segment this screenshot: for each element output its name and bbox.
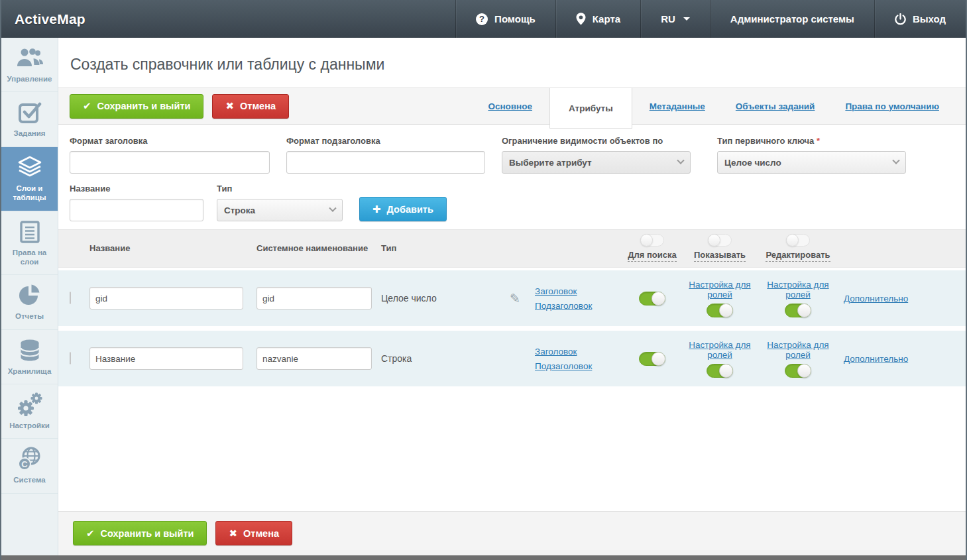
role-settings-show-link[interactable]: Настройка для ролей <box>681 280 759 300</box>
save-exit-label: Сохранить и выйти <box>97 101 191 111</box>
tab-bar: Основное Атрибуты Метаданные Объекты зад… <box>473 88 954 124</box>
cancel-button-top[interactable]: ✖ Отмена <box>212 94 289 119</box>
subheader-link[interactable]: Подзаголовок <box>535 301 592 311</box>
subheader-format-input[interactable] <box>286 151 485 174</box>
sidebar-item-label: Хранилища <box>8 366 52 376</box>
chevron-down-icon <box>892 157 899 164</box>
database-icon <box>19 337 41 364</box>
chevron-down-icon <box>329 205 336 212</box>
sidebar-item-management[interactable]: Управление <box>1 38 58 92</box>
attributes-form: Формат заголовка Формат подзаголовка Огр… <box>58 125 966 229</box>
row-system-name-input[interactable] <box>256 287 372 309</box>
map-menu-item[interactable]: Карта <box>555 0 640 38</box>
attr-type-label: Тип <box>217 184 343 194</box>
map-label: Карта <box>593 13 620 25</box>
cancel-button-bottom[interactable]: ✖ Отмена <box>215 521 292 545</box>
subheader-link[interactable]: Подзаголовок <box>535 361 592 371</box>
add-attribute-button[interactable]: ✚ Добавить <box>359 197 447 221</box>
additional-link[interactable]: Дополнительно <box>844 294 908 304</box>
column-header-type: Тип <box>381 243 510 253</box>
row-show-toggle[interactable] <box>707 304 733 317</box>
gears-icon <box>17 392 43 418</box>
row-system-name-input[interactable] <box>256 347 372 370</box>
sidebar-item-storages[interactable]: Хранилища <box>1 330 58 384</box>
save-exit-label: Сохранить и выйти <box>101 528 194 539</box>
search-all-toggle[interactable] <box>640 234 664 247</box>
pk-type-label: Тип первичного ключа * <box>717 136 906 146</box>
tab-task-objects[interactable]: Объекты заданий <box>736 101 815 111</box>
x-icon: ✖ <box>225 100 234 112</box>
attributes-table-header: Название Системное наименование Тип Для … <box>58 229 966 268</box>
save-exit-button-top[interactable]: ✔ Сохранить и выйти <box>70 94 203 119</box>
footer-toolbar: ✔ Сохранить и выйти ✖ Отмена <box>58 511 966 555</box>
role-settings-show-link[interactable]: Настройка для ролей <box>681 340 759 360</box>
row-name-input[interactable] <box>89 347 243 370</box>
header-link[interactable]: Заголовок <box>535 347 577 357</box>
edit-all-toggle[interactable] <box>786 234 810 247</box>
attr-type-select[interactable]: Строка <box>217 199 343 221</box>
check-icon: ✔ <box>83 100 91 112</box>
row-search-toggle[interactable] <box>639 292 665 306</box>
column-header-edit[interactable]: Редактировать <box>766 250 830 262</box>
header-format-input[interactable] <box>70 151 270 174</box>
logout-menu-item[interactable]: Выход <box>874 0 966 38</box>
row-search-toggle[interactable] <box>639 352 665 366</box>
column-header-search[interactable]: Для поиска <box>628 250 676 262</box>
top-header: ActiveMap ? Помощь Карта RU Администрато… <box>1 0 966 38</box>
logout-label: Выход <box>913 13 946 25</box>
row-edit-toggle[interactable] <box>785 304 811 317</box>
tasks-icon <box>18 99 42 126</box>
column-header-system-name: Системное наименование <box>256 243 381 253</box>
column-header-name: Название <box>89 243 256 253</box>
tab-metadata[interactable]: Метаданные <box>650 101 705 111</box>
tab-default-rights[interactable]: Права по умолчанию <box>845 101 939 111</box>
pk-type-select[interactable]: Целое число <box>717 151 906 174</box>
x-icon: ✖ <box>229 528 237 539</box>
show-all-toggle[interactable] <box>708 234 732 247</box>
app-window: ActiveMap ? Помощь Карта RU Администрато… <box>0 0 967 560</box>
role-settings-edit-link[interactable]: Настройка для ролей <box>759 340 837 360</box>
page-title: Создать справочник или таблицу с данными <box>58 38 966 87</box>
cancel-label: Отмена <box>243 528 279 539</box>
current-user-menu-item[interactable]: Администратор системы <box>710 0 874 38</box>
row-edit-toggle[interactable] <box>785 364 811 378</box>
pk-type-select-value: Целое число <box>724 158 781 168</box>
table-row: Целое число ✎ Заголовок Подзаголовок Нас… <box>58 270 966 326</box>
row-type-text: Строка <box>381 353 510 364</box>
sidebar-item-reports[interactable]: Отчеты <box>1 275 58 329</box>
sidebar-item-label: Задания <box>13 129 45 138</box>
sidebar-item-label: Настройки <box>9 421 50 430</box>
sidebar-item-settings[interactable]: Настройки <box>1 384 58 439</box>
plus-icon: ✚ <box>372 203 381 215</box>
tab-attributes[interactable]: Атрибуты <box>549 88 632 129</box>
edit-pencil-icon[interactable]: ✎ <box>510 292 520 306</box>
row-name-input[interactable] <box>89 287 243 309</box>
save-exit-button-bottom[interactable]: ✔ Сохранить и выйти <box>73 521 207 545</box>
row-checkbox[interactable] <box>70 292 71 304</box>
main-content: Создать справочник или таблицу с данными… <box>58 38 966 555</box>
add-attribute-label: Добавить <box>387 204 433 215</box>
map-pin-icon <box>576 12 586 26</box>
row-show-toggle[interactable] <box>707 364 733 378</box>
column-header-show[interactable]: Показывать <box>694 250 746 262</box>
sidebar-item-label: Права на слои <box>3 248 56 267</box>
row-checkbox[interactable] <box>70 352 71 364</box>
sidebar-item-system[interactable]: C Система <box>1 439 58 493</box>
visibility-label: Ограничение видимости объектов по <box>502 136 691 146</box>
attr-name-input[interactable] <box>70 199 203 221</box>
role-settings-edit-link[interactable]: Настройка для ролей <box>759 280 837 300</box>
sidebar-item-layers-tables[interactable]: Слои и таблицы <box>1 147 58 211</box>
header-link[interactable]: Заголовок <box>535 286 577 296</box>
language-dropdown[interactable]: RU <box>640 0 710 38</box>
window-bottom-edge <box>1 555 966 560</box>
help-menu-item[interactable]: ? Помощь <box>455 0 555 38</box>
visibility-select-value: Выберите атрибут <box>509 158 592 168</box>
sidebar-item-tasks[interactable]: Задания <box>1 92 58 146</box>
sidebar-item-layer-rights[interactable]: Права на слои <box>1 211 58 276</box>
pie-chart-icon <box>18 282 42 309</box>
tab-main[interactable]: Основное <box>488 101 532 111</box>
sidebar-item-label: Управление <box>7 74 52 84</box>
document-icon <box>19 219 41 245</box>
visibility-select[interactable]: Выберите атрибут <box>502 151 691 174</box>
additional-link[interactable]: Дополнительно <box>844 354 908 364</box>
